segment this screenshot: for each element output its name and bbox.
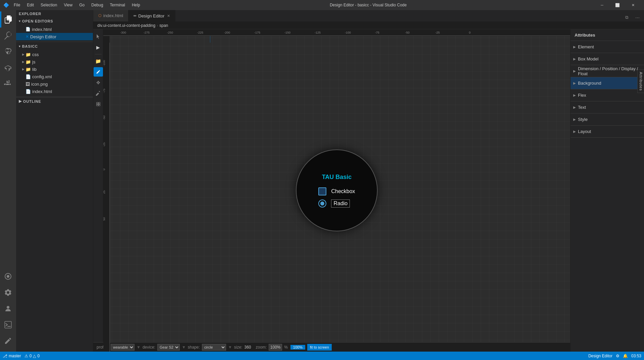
tool-draw[interactable] bbox=[94, 89, 103, 98]
open-editors-header[interactable]: ▾ OPEN EDITORS bbox=[16, 17, 93, 25]
main-content: EXPLORER ▾ OPEN EDITORS 📄 index.html ✕ ✕… bbox=[16, 10, 644, 352]
shape-select[interactable]: circle rectangle bbox=[202, 344, 226, 351]
tool-edit[interactable] bbox=[94, 67, 103, 77]
attributes-tab-label: Attributes bbox=[639, 72, 643, 91]
zoom-input[interactable] bbox=[269, 344, 282, 351]
activity-debug[interactable] bbox=[0, 60, 16, 76]
svg-text:-50: -50 bbox=[103, 116, 106, 120]
canvas-container: ▶ 📁 ✥ bbox=[93, 29, 644, 352]
radio-label: Radio bbox=[331, 199, 350, 208]
basicc-header[interactable]: ▾ BASICC bbox=[16, 43, 93, 50]
size-value: 360 bbox=[244, 345, 251, 350]
open-editor-index-html[interactable]: 📄 index.html ✕ bbox=[16, 26, 93, 33]
activity-source-control[interactable] bbox=[0, 44, 16, 60]
folder-css[interactable]: ▶ 📁 css bbox=[16, 51, 93, 58]
attr-section-text[interactable]: ▶ Text bbox=[571, 101, 644, 114]
text-section-label: Text bbox=[578, 105, 586, 110]
tab-design-editor-close[interactable]: ✕ bbox=[167, 14, 170, 18]
activity-extensions[interactable] bbox=[0, 76, 16, 92]
activity-account[interactable] bbox=[0, 301, 16, 317]
activity-search[interactable] bbox=[0, 28, 16, 44]
checkbox-widget[interactable] bbox=[318, 187, 326, 195]
minimize-button[interactable]: ─ bbox=[594, 0, 610, 10]
more-actions-button[interactable]: ⋯ bbox=[633, 13, 641, 21]
error-icon: ⚠ bbox=[24, 354, 28, 358]
activity-explorer[interactable] bbox=[0, 11, 16, 28]
menu-help[interactable]: Help bbox=[130, 3, 142, 7]
close-button[interactable]: ✕ bbox=[625, 0, 641, 10]
folder-js[interactable]: ▶ 📁 js bbox=[16, 58, 93, 65]
folder-icon-css: 📁 bbox=[25, 52, 31, 57]
svg-text:50: 50 bbox=[103, 217, 106, 221]
attr-section-box-model[interactable]: ▶ Box Model bbox=[571, 53, 644, 65]
menu-terminal[interactable]: Terminal bbox=[108, 3, 127, 7]
split-editor-button[interactable]: ⧉ bbox=[623, 13, 631, 21]
settings-status-icon: ⚙ bbox=[616, 354, 620, 358]
tab-design-editor-label: Design Editor bbox=[138, 13, 164, 18]
titlebar: 🔷 File Edit Selection View Go Debug Term… bbox=[0, 0, 644, 10]
tool-select[interactable] bbox=[94, 32, 103, 41]
folder-icon-lib: 📁 bbox=[25, 67, 31, 72]
radio-widget[interactable] bbox=[318, 199, 326, 208]
design-editor-status-text: Design Editor bbox=[588, 354, 612, 358]
notification-status[interactable]: 🔔 bbox=[623, 354, 628, 358]
menu-selection[interactable]: Selection bbox=[39, 3, 59, 7]
tab-index-html[interactable]: ⬡ index.html bbox=[93, 10, 128, 21]
breadcrumb-path-1[interactable]: div.ui-content.ui-content-padding bbox=[97, 23, 155, 28]
radio-row: Radio bbox=[318, 199, 355, 208]
outline-header[interactable]: ▶ OUTLINE bbox=[16, 97, 93, 105]
activity-terminal[interactable] bbox=[0, 317, 16, 333]
activitybar bbox=[0, 10, 16, 352]
sidebar-title: EXPLORER bbox=[16, 10, 93, 17]
activity-settings[interactable] bbox=[0, 284, 16, 301]
menu-debug[interactable]: Debug bbox=[89, 3, 105, 7]
file-icon-png[interactable]: 🖼 icon.png bbox=[16, 80, 93, 88]
time-status: 03:53 bbox=[631, 354, 641, 358]
tool-snippet[interactable] bbox=[94, 99, 103, 109]
settings-status[interactable]: ⚙ bbox=[616, 354, 620, 358]
attr-section-flex[interactable]: ▶ Flex bbox=[571, 89, 644, 101]
git-status[interactable]: ⎇ master bbox=[3, 354, 21, 358]
file-config-xml[interactable]: 📄 config.xml bbox=[16, 73, 93, 80]
svg-text:-300: -300 bbox=[120, 31, 126, 34]
svg-text:-225: -225 bbox=[197, 31, 203, 34]
file-index-html[interactable]: 📄 index.html bbox=[16, 88, 93, 95]
checkbox-label: Checkbox bbox=[331, 188, 355, 194]
activity-wearable[interactable] bbox=[0, 268, 16, 284]
statusbar: ⎇ master ⚠ 0 △ 0 Design Editor ⚙ 🔔 03:53 bbox=[0, 352, 644, 360]
device-select[interactable]: Gear S2 Gear S3 bbox=[157, 344, 180, 351]
svg-text:-100: -100 bbox=[345, 31, 351, 34]
menu-file[interactable]: File bbox=[12, 3, 22, 7]
menu-edit[interactable]: Edit bbox=[25, 3, 36, 7]
attributes-vertical-tab[interactable]: Attributes bbox=[637, 70, 644, 93]
device-content-area: Checkbox Radio bbox=[312, 187, 362, 208]
attr-section-element[interactable]: ▶ Element bbox=[571, 41, 644, 53]
attr-section-dimension[interactable]: ▶ Dimension / Position / Display / Float bbox=[571, 65, 644, 77]
statusbar-right: Design Editor ⚙ 🔔 03:53 bbox=[588, 354, 641, 358]
bell-icon: 🔔 bbox=[623, 354, 628, 358]
tool-folder[interactable]: 📁 bbox=[94, 56, 103, 66]
error-status[interactable]: ⚠ 0 △ 0 bbox=[24, 354, 40, 358]
tool-run[interactable]: ▶ bbox=[94, 43, 103, 52]
open-editor-design-editor[interactable]: ✕ Design Editor bbox=[16, 33, 93, 40]
menu-view[interactable]: View bbox=[62, 3, 74, 7]
design-editor-status[interactable]: Design Editor bbox=[588, 354, 612, 358]
device-preview: ⌃ TAU Basic Checkbox Radio ⌄ bbox=[297, 150, 377, 231]
tab-index-html-icon: ⬡ bbox=[98, 13, 102, 18]
svg-rect-5 bbox=[98, 102, 100, 104]
tool-move[interactable]: ✥ bbox=[94, 78, 103, 87]
design-canvas[interactable]: -300 -275 -250 -225 -200 -175 -150 -125 … bbox=[103, 29, 570, 352]
activity-pen[interactable] bbox=[0, 333, 16, 349]
maximize-button[interactable]: ⬜ bbox=[610, 0, 625, 10]
css-folder-arrow: ▶ bbox=[22, 53, 24, 56]
menu-go[interactable]: Go bbox=[77, 3, 87, 7]
breadcrumb-path-2[interactable]: span bbox=[159, 23, 168, 28]
attr-section-background[interactable]: ▶ Background bbox=[571, 77, 644, 89]
folder-lib[interactable]: ▶ 📁 lib bbox=[16, 65, 93, 73]
attr-section-style[interactable]: ▶ Style bbox=[571, 114, 644, 126]
tab-design-editor[interactable]: ✏ Design Editor ✕ bbox=[128, 10, 175, 21]
profile-select[interactable]: wearable mobile bbox=[111, 344, 135, 351]
background-label: Background bbox=[578, 81, 601, 86]
attr-section-layout[interactable]: ▶ Layout bbox=[571, 126, 644, 138]
fit-to-screen-button[interactable]: fit to screen bbox=[307, 344, 332, 351]
